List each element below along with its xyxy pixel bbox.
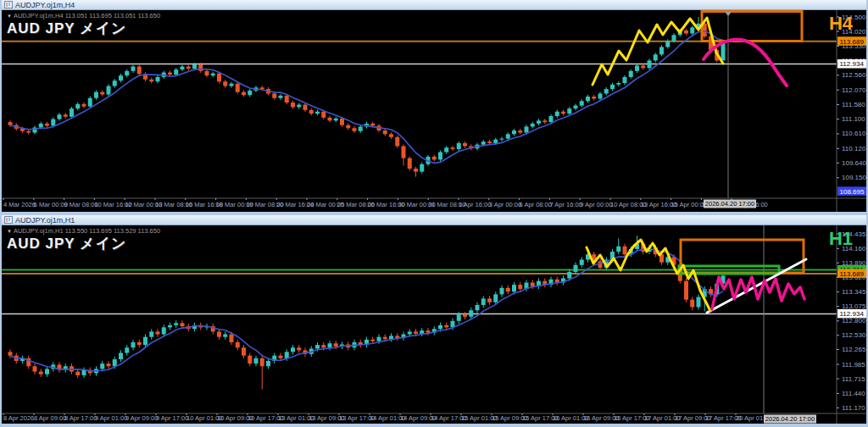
svg-text:113.075: 113.075 — [842, 302, 866, 310]
svg-text:111.440: 111.440 — [842, 390, 865, 397]
svg-text:112.265: 112.265 — [842, 346, 866, 353]
svg-text:111.985: 111.985 — [842, 361, 865, 369]
svg-text:111.580: 111.580 — [842, 101, 865, 108]
window-title: AUDJPY.oj1m,H1 — [15, 216, 75, 225]
svg-text:111.100: 111.100 — [842, 115, 865, 123]
svg-text:112.934: 112.934 — [840, 310, 865, 318]
svg-text:9 Apr 01:00: 9 Apr 01:00 — [95, 414, 127, 422]
svg-text:7 Apr 16:00: 7 Apr 16:00 — [549, 201, 581, 208]
h4-timeframe-label: H4 — [829, 13, 853, 35]
window-title: AUDJPY.oj1m,H4 — [15, 1, 75, 9]
svg-text:3 Apr 00:00: 3 Apr 00:00 — [489, 201, 521, 208]
svg-text:109.640: 109.640 — [842, 159, 866, 167]
svg-text:110.610: 110.610 — [842, 130, 866, 137]
chart-window-icon — [4, 1, 13, 8]
svg-text:111.715: 111.715 — [842, 375, 865, 383]
h1-chart-area: ▼AUDJPY.oj1m,H1 113.550 113.695 113.529 … — [2, 225, 866, 424]
h1-window-titlebar[interactable]: AUDJPY.oj1m,H1 — [2, 215, 866, 225]
svg-text:9 Apr 09:00: 9 Apr 09:00 — [125, 414, 158, 422]
svg-text:8 Apr 17:00: 8 Apr 17:00 — [64, 414, 97, 422]
h1-timeframe-label: H1 — [829, 228, 853, 250]
chart-window-h4: AUDJPY.oj1m,H4 ▼AUDJPY.oj1m,H4 113.051 1… — [2, 0, 866, 212]
svg-text:9 Apr 00:00: 9 Apr 00:00 — [580, 201, 612, 208]
h4-window-titlebar[interactable]: AUDJPY.oj1m,H4 — [2, 0, 866, 10]
svg-text:6 Apr 08:00: 6 Apr 08:00 — [520, 201, 552, 208]
svg-text:8 Apr 2026: 8 Apr 2026 — [3, 414, 34, 422]
svg-text:108.695: 108.695 — [840, 188, 865, 196]
svg-text:112.800: 112.800 — [842, 317, 866, 324]
svg-text:112.934: 112.934 — [840, 60, 865, 68]
h4-watermark-title: AUD JPY メイン — [7, 19, 126, 38]
svg-text:6 Mar 00:00: 6 Mar 00:00 — [34, 201, 68, 208]
svg-text:8 Apr 09:00: 8 Apr 09:00 — [34, 414, 66, 422]
svg-text:112.560: 112.560 — [842, 71, 866, 79]
svg-text:110.120: 110.120 — [842, 145, 866, 152]
h4-chart-canvas[interactable]: 114.500114.020113.530113.040112.560112.0… — [2, 10, 866, 212]
svg-text:112.530: 112.530 — [842, 331, 866, 339]
svg-text:113.689: 113.689 — [840, 38, 865, 46]
svg-text:111.170: 111.170 — [842, 404, 865, 412]
svg-text:113.689: 113.689 — [840, 270, 865, 278]
svg-text:109.150: 109.150 — [842, 174, 866, 181]
svg-text:2026.04.20 17:00: 2026.04.20 17:00 — [705, 200, 754, 208]
svg-text:1 Apr 16:00: 1 Apr 16:00 — [459, 201, 491, 208]
svg-text:113.345: 113.345 — [842, 288, 866, 296]
h1-chart-canvas[interactable]: 114.435114.160113.890113.620113.345113.0… — [2, 225, 866, 424]
svg-text:4 Mar 2026: 4 Mar 2026 — [3, 201, 36, 208]
h1-watermark-title: AUD JPY メイン — [7, 234, 126, 253]
h4-chart-area: ▼AUDJPY.oj1m,H4 113.051 113.695 113.051 … — [2, 10, 866, 212]
svg-text:9 Mar 08:00: 9 Mar 08:00 — [64, 201, 98, 208]
svg-text:112.070: 112.070 — [842, 86, 866, 94]
chart-window-icon — [4, 216, 13, 224]
chart-window-h1: AUDJPY.oj1m,H1 ▼AUDJPY.oj1m,H1 113.550 1… — [2, 215, 866, 424]
svg-text:9 Apr 17:00: 9 Apr 17:00 — [156, 414, 188, 422]
svg-text:2026.04.20 17:00: 2026.04.20 17:00 — [765, 415, 815, 423]
